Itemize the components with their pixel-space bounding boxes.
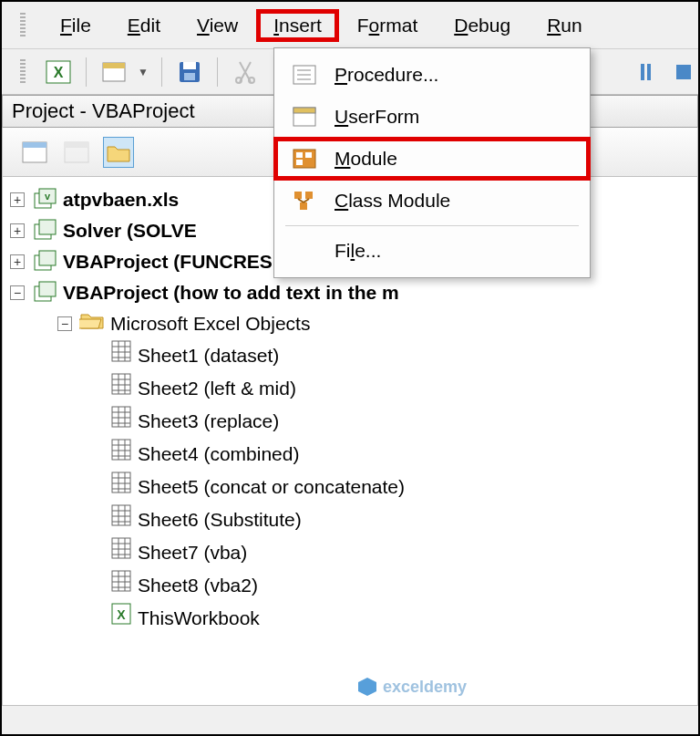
menu-file-label: ile xyxy=(72,15,91,36)
menu-format[interactable]: Format xyxy=(339,9,437,42)
svg-rect-8 xyxy=(305,152,312,158)
file-blank-icon xyxy=(291,237,318,264)
sheet-node[interactable]: Sheet1 (dataset) xyxy=(10,339,690,372)
watermark: exceldemy xyxy=(357,677,467,697)
expand-icon[interactable]: + xyxy=(10,223,25,238)
tree-label: atpvbaen.xls xyxy=(63,184,179,215)
worksheet-icon xyxy=(110,405,132,438)
toggle-folders-button[interactable] xyxy=(103,137,134,168)
svg-rect-67 xyxy=(112,505,130,525)
tree-label: Sheet2 (left & mid) xyxy=(138,373,296,404)
separator xyxy=(217,57,218,87)
procedure-icon xyxy=(291,61,318,88)
watermark-icon xyxy=(357,677,377,697)
menu-insert[interactable]: Insert xyxy=(256,9,339,42)
expand-icon[interactable]: + xyxy=(10,192,25,207)
menu-debug-label: ebug xyxy=(468,15,510,36)
svg-rect-11 xyxy=(305,192,313,199)
worksheet-icon xyxy=(110,339,132,372)
workbook-node[interactable]: X ThisWorkbook xyxy=(10,602,690,635)
userform-icon xyxy=(291,103,318,130)
sheet-node[interactable]: Sheet5 (concat or concatenate) xyxy=(10,471,690,503)
svg-rect-61 xyxy=(112,472,130,492)
svg-text:v: v xyxy=(45,191,51,202)
excel-icon[interactable]: X xyxy=(44,57,73,87)
tree-label: ThisWorkbook xyxy=(138,603,260,634)
tree-label: Sheet1 (dataset) xyxy=(138,340,279,371)
view-code-button[interactable] xyxy=(19,137,50,168)
expand-icon[interactable]: + xyxy=(10,254,25,269)
dropdown-userform-label: UserForm xyxy=(335,106,419,128)
menu-debug[interactable]: Debug xyxy=(436,9,529,42)
svg-rect-12 xyxy=(300,202,307,210)
dropdown-item-userform[interactable]: UserForm xyxy=(274,96,590,138)
menu-view[interactable]: View xyxy=(179,9,256,42)
vbaproject-icon xyxy=(32,281,57,305)
cut-button[interactable] xyxy=(231,57,260,87)
svg-rect-27 xyxy=(65,142,88,148)
svg-rect-79 xyxy=(112,571,130,591)
svg-rect-21 xyxy=(184,73,195,80)
dropdown-file-label: File... xyxy=(335,240,381,262)
dropdown-item-module[interactable]: Module xyxy=(274,138,590,180)
worksheet-icon xyxy=(110,536,132,569)
svg-rect-7 xyxy=(296,152,303,158)
tree-label: VBAProject (how to add text in the m xyxy=(63,277,399,308)
svg-point-23 xyxy=(249,78,254,83)
save-button[interactable] xyxy=(175,57,204,87)
dropdown-item-classmodule[interactable]: Class Module xyxy=(274,180,590,222)
worksheet-icon xyxy=(110,503,132,536)
menu-view-label: iew xyxy=(210,15,239,36)
sheet-node[interactable]: Sheet3 (replace) xyxy=(10,405,690,438)
svg-line-14 xyxy=(304,199,309,202)
menu-run[interactable]: Run xyxy=(529,9,601,42)
dropdown-classmodule-label: Class Module xyxy=(335,190,450,212)
svg-text:X: X xyxy=(54,65,64,80)
worksheet-icon xyxy=(110,569,132,602)
folder-node-objects[interactable]: − Microsoft Excel Objects xyxy=(10,308,690,339)
menu-insert-label: nsert xyxy=(279,15,322,36)
svg-rect-37 xyxy=(112,341,130,361)
menubar: File Edit View Insert Format Debug Run xyxy=(2,2,698,49)
svg-rect-43 xyxy=(112,374,130,394)
classmodule-icon xyxy=(291,187,318,214)
view-object-button[interactable] xyxy=(61,137,92,168)
watermark-brand: exceldemy xyxy=(383,678,467,697)
worksheet-icon xyxy=(110,471,132,503)
worksheet-icon xyxy=(110,438,132,471)
dropdown-item-file[interactable]: File... xyxy=(274,230,590,272)
collapse-icon[interactable]: − xyxy=(57,316,72,331)
svg-rect-73 xyxy=(112,538,130,558)
sheet-node[interactable]: Sheet8 (vba2) xyxy=(10,569,690,602)
separator xyxy=(161,57,162,87)
dropdown-item-procedure[interactable]: Procedure... xyxy=(274,54,590,96)
sheet-node[interactable]: Sheet2 (left & mid) xyxy=(10,372,690,405)
svg-point-22 xyxy=(236,78,242,83)
worksheet-icon xyxy=(110,372,132,405)
project-node-main[interactable]: − VBAProject (how to add text in the m xyxy=(10,277,690,308)
menu-file[interactable]: File xyxy=(42,9,109,42)
pause-button[interactable] xyxy=(631,57,660,87)
vbaproject-icon xyxy=(32,250,57,274)
dropdown-arrow-icon[interactable]: ▼ xyxy=(138,66,149,78)
workbook-icon: X xyxy=(110,602,132,635)
tree-label: Sheet7 (vba) xyxy=(138,537,247,568)
tree-label: Sheet4 (combined) xyxy=(138,439,299,470)
svg-marker-87 xyxy=(358,678,376,696)
stop-button[interactable] xyxy=(669,57,698,87)
dropdown-separator xyxy=(285,225,579,226)
sheet-node[interactable]: Sheet4 (combined) xyxy=(10,438,690,471)
collapse-icon[interactable]: − xyxy=(10,285,25,300)
sheet-node[interactable]: Sheet7 (vba) xyxy=(10,536,690,569)
tree-label: Sheet8 (vba2) xyxy=(138,570,258,601)
svg-rect-18 xyxy=(103,63,125,68)
vbaproject-icon xyxy=(32,219,57,243)
vbaproject-icon: v xyxy=(32,188,57,212)
insert-dropdown: Procedure... UserForm Module Class Modul… xyxy=(273,47,591,278)
grip-icon xyxy=(20,59,26,85)
insert-object-button[interactable] xyxy=(99,57,129,87)
pause-icon xyxy=(641,64,651,80)
menu-edit[interactable]: Edit xyxy=(109,9,179,42)
sheet-node[interactable]: Sheet6 (Substitute) xyxy=(10,503,690,536)
folder-open-icon xyxy=(79,308,105,339)
